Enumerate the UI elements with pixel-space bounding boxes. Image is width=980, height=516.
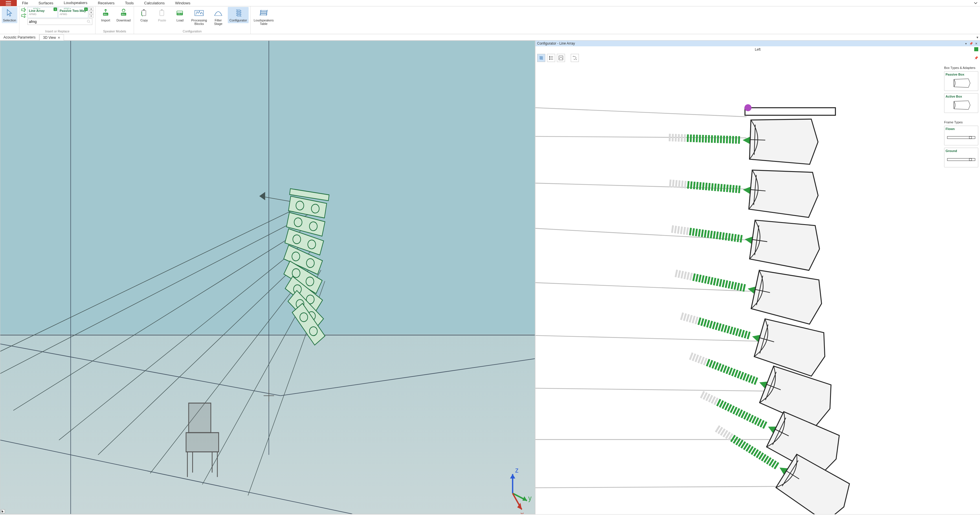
configurator-canvas[interactable]: [ {"x":278,"y":52,"rot":2}, {"x":280,"y"… (535, 63, 942, 514)
svg-rect-64 (186, 433, 219, 452)
svg-rect-110 (705, 135, 707, 142)
filter-stage-button[interactable]: Filter Stage (210, 7, 227, 27)
menu-tab-file[interactable]: File (17, 0, 33, 6)
svg-rect-215 (729, 326, 733, 334)
processing-blocks-button[interactable]: Processing Blocks (189, 7, 209, 27)
svg-rect-209 (712, 322, 716, 329)
svg-rect-119 (732, 136, 734, 143)
svg-rect-152 (683, 227, 686, 235)
frame-type-ground[interactable]: Ground (944, 148, 978, 167)
svg-line-92 (535, 335, 769, 341)
svg-rect-201 (689, 315, 693, 323)
svg-line-24 (280, 359, 535, 396)
svg-rect-167 (728, 233, 730, 241)
side-pin[interactable]: 📌 (974, 56, 978, 60)
copy-button[interactable]: Copy (136, 7, 153, 23)
svg-rect-139 (717, 183, 719, 191)
panel-close-button[interactable]: ✕ (974, 41, 978, 45)
menu-tab-windows[interactable]: Windows (170, 0, 196, 6)
box-type-passive[interactable]: Passive Box (944, 71, 978, 91)
view-response-button[interactable] (557, 54, 565, 62)
menu-tab-receivers[interactable]: Receivers (92, 0, 120, 6)
cursor-small-icon (2, 510, 4, 513)
panel-menu-button[interactable]: ▾ (964, 41, 968, 45)
svg-rect-134 (702, 182, 704, 190)
loudspeakers-table-button[interactable]: Loudspeakers Table (252, 7, 275, 27)
ribbon-collapse-button[interactable] (971, 0, 980, 6)
speaker-card-line-array[interactable]: AFMG ▸ 1 Line Array AFMG (27, 7, 57, 18)
menu-tab-surfaces[interactable]: Surfaces (33, 0, 59, 6)
selection-tool-button[interactable]: Selection (2, 7, 18, 23)
panel-pin-button[interactable]: 📌 (969, 41, 973, 45)
svg-rect-174 (678, 270, 681, 278)
svg-rect-220 (744, 331, 748, 339)
configurator-title: Configurator - Line Array (537, 41, 575, 45)
menu-tab-loudspeakers[interactable]: Loudspeakers (59, 0, 92, 6)
svg-rect-182 (701, 275, 705, 283)
svg-text:GLL: GLL (122, 13, 126, 15)
svg-rect-160 (707, 230, 710, 238)
svg-rect-192 (730, 282, 734, 289)
configurator-color-swatch[interactable] (974, 47, 978, 51)
speaker-search[interactable] (27, 19, 92, 25)
app-menu-button[interactable] (0, 0, 17, 6)
paste-icon (158, 8, 166, 18)
gallery-down[interactable]: ▼ (89, 11, 94, 14)
svg-rect-205 (700, 318, 704, 326)
svg-rect-86 (559, 56, 563, 60)
load-button[interactable]: XGLC Load (172, 7, 188, 23)
doc-tab-acoustic-parameters[interactable]: Acoustic Parameters (0, 34, 39, 40)
gallery-up[interactable]: ▲ (89, 7, 94, 11)
doc-tab-dropdown[interactable]: ▾ (975, 35, 980, 39)
svg-marker-147 (743, 186, 751, 194)
gallery-more[interactable]: ▾ (89, 14, 94, 18)
import-icon: GLL (101, 8, 110, 18)
configurator-button[interactable]: Configurator (228, 7, 249, 23)
frame-thumb (945, 132, 977, 143)
svg-rect-181 (698, 274, 702, 282)
ribbon: Selection AFMG ▸ 1 Line Array AFMG (0, 6, 980, 34)
frame-type-flown[interactable]: Flown (944, 126, 978, 145)
svg-rect-212 (721, 324, 724, 332)
paste-label: Paste (158, 19, 166, 22)
svg-rect-108 (699, 135, 701, 142)
svg-rect-203 (695, 317, 698, 324)
svg-rect-116 (723, 135, 725, 143)
view-side-button[interactable] (537, 54, 545, 62)
svg-rect-140 (720, 184, 722, 191)
svg-marker-122 (742, 136, 750, 144)
svg-rect-217 (735, 328, 739, 336)
svg-rect-202 (692, 315, 695, 323)
speaker-card-passive-two-way[interactable]: AFMG ▸ 1 Passive Two-Way AFMG (58, 7, 88, 18)
menu-tab-calculations[interactable]: Calculations (139, 0, 170, 6)
speaker-search-input[interactable] (29, 20, 87, 24)
svg-rect-2 (6, 5, 11, 5)
svg-rect-144 (732, 185, 734, 193)
doc-tab-close[interactable]: ✕ (57, 36, 60, 40)
box-type-name: Passive Box (945, 73, 977, 76)
svg-rect-117 (726, 136, 728, 143)
doc-tab-3d-view[interactable]: 3D View ✕ (39, 35, 64, 41)
speaker-add-icon (21, 8, 26, 12)
menubar-spacer (196, 0, 971, 6)
menu-tab-tools[interactable]: Tools (120, 0, 139, 6)
svg-line-25 (0, 440, 352, 514)
paste-button[interactable]: Paste (154, 7, 170, 23)
box-thumb (945, 77, 977, 89)
svg-rect-104 (687, 134, 689, 142)
svg-rect-191 (728, 281, 731, 289)
import-button[interactable]: GLL Import (97, 7, 114, 23)
svg-rect-148 (671, 225, 674, 233)
box-type-active[interactable]: Active Box (944, 93, 978, 113)
view-list-button[interactable] (547, 54, 555, 62)
svg-text:y: y (528, 494, 531, 502)
svg-rect-10 (142, 10, 146, 16)
view-reset-button[interactable] (571, 54, 579, 62)
ribbon-group-insert: AFMG ▸ 1 Line Array AFMG AFMG ▸ 1 Passiv… (19, 6, 95, 34)
svg-rect-159 (704, 230, 707, 238)
svg-rect-204 (697, 317, 701, 325)
viewport-3d[interactable]: z y x (0, 41, 535, 514)
configurator-sidebar: Box Types & Adapters Passive Box Active … (942, 63, 980, 514)
download-button[interactable]: GLL Download (115, 7, 132, 23)
svg-point-82 (549, 57, 550, 58)
